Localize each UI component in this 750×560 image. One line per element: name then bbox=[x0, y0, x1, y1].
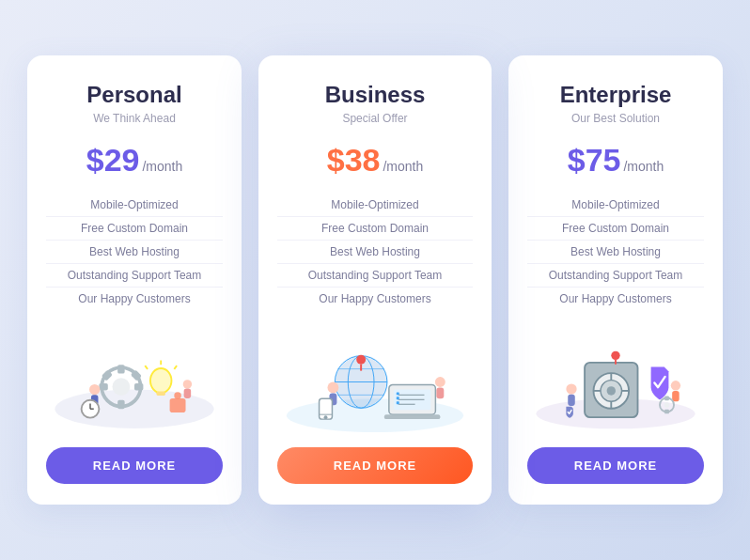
svg-rect-37 bbox=[397, 397, 399, 400]
illustration-personal bbox=[46, 331, 223, 434]
price-amount-personal: $29 bbox=[86, 142, 140, 179]
plan-name-business: Business bbox=[325, 82, 426, 109]
svg-point-2 bbox=[113, 379, 131, 397]
svg-rect-59 bbox=[672, 391, 680, 401]
svg-rect-38 bbox=[397, 402, 399, 405]
svg-point-43 bbox=[356, 355, 366, 365]
svg-point-51 bbox=[607, 387, 616, 396]
price-period-business: /month bbox=[383, 159, 423, 174]
price-row-business: $38 /month bbox=[327, 142, 424, 179]
feature-business-0: Mobile-Optimized bbox=[277, 194, 473, 217]
read-more-button-business[interactable]: READ MORE bbox=[277, 447, 473, 484]
svg-rect-3 bbox=[117, 366, 125, 374]
svg-point-14 bbox=[89, 384, 100, 395]
svg-rect-42 bbox=[436, 388, 444, 399]
svg-point-56 bbox=[566, 384, 576, 395]
features-list-business: Mobile-Optimized Free Custom Domain Best… bbox=[277, 194, 473, 310]
svg-rect-62 bbox=[664, 397, 669, 401]
price-amount-business: $38 bbox=[327, 142, 381, 179]
svg-rect-32 bbox=[384, 415, 440, 420]
svg-rect-10 bbox=[157, 392, 165, 397]
feature-business-4: Our Happy Customers bbox=[277, 288, 473, 310]
svg-rect-63 bbox=[664, 410, 669, 414]
price-row-enterprise: $75 /month bbox=[568, 142, 664, 179]
svg-point-9 bbox=[150, 368, 172, 393]
svg-rect-57 bbox=[568, 395, 575, 406]
feature-enterprise-1: Free Custom Domain bbox=[527, 217, 704, 241]
svg-rect-21 bbox=[170, 398, 186, 412]
svg-point-46 bbox=[324, 416, 328, 420]
feature-enterprise-2: Best Web Hosting bbox=[527, 241, 704, 264]
price-row-personal: $29 /month bbox=[86, 142, 183, 179]
svg-point-61 bbox=[664, 403, 670, 409]
feature-enterprise-0: Mobile-Optimized bbox=[527, 194, 704, 217]
svg-point-41 bbox=[435, 377, 445, 387]
price-amount-enterprise: $75 bbox=[568, 142, 621, 179]
feature-personal-0: Mobile-Optimized bbox=[46, 194, 223, 217]
svg-point-58 bbox=[671, 381, 680, 391]
feature-enterprise-4: Our Happy Customers bbox=[527, 288, 704, 310]
features-list-personal: Mobile-Optimized Free Custom Domain Best… bbox=[46, 194, 223, 310]
card-enterprise: Enterprise Our Best Solution $75 /month … bbox=[508, 55, 723, 506]
feature-business-1: Free Custom Domain bbox=[277, 217, 473, 241]
feature-personal-1: Free Custom Domain bbox=[46, 217, 223, 241]
svg-rect-6 bbox=[134, 383, 143, 391]
feature-personal-3: Outstanding Support Team bbox=[46, 264, 223, 288]
feature-personal-4: Our Happy Customers bbox=[46, 288, 223, 310]
feature-personal-2: Best Web Hosting bbox=[46, 241, 223, 264]
feature-business-3: Outstanding Support Team bbox=[277, 264, 473, 288]
read-more-button-enterprise[interactable]: READ MORE bbox=[527, 447, 704, 484]
plan-subtitle-enterprise: Our Best Solution bbox=[571, 112, 660, 125]
svg-rect-4 bbox=[117, 400, 125, 409]
svg-rect-17 bbox=[184, 389, 192, 398]
illustration-business bbox=[277, 331, 473, 434]
read-more-button-personal[interactable]: READ MORE bbox=[46, 447, 223, 484]
card-business: Business Special Offer $38 /month Mobile… bbox=[258, 55, 492, 506]
plan-name-personal: Personal bbox=[86, 82, 181, 109]
svg-point-64 bbox=[611, 351, 619, 360]
plan-name-enterprise: Enterprise bbox=[560, 82, 672, 109]
features-list-enterprise: Mobile-Optimized Free Custom Domain Best… bbox=[527, 194, 704, 310]
svg-line-13 bbox=[145, 366, 148, 370]
plan-subtitle-personal: We Think Ahead bbox=[93, 112, 176, 125]
svg-line-12 bbox=[174, 366, 177, 370]
feature-enterprise-3: Outstanding Support Team bbox=[527, 264, 704, 288]
illustration-enterprise bbox=[527, 331, 704, 434]
svg-point-16 bbox=[183, 381, 192, 389]
svg-point-39 bbox=[327, 382, 338, 394]
svg-rect-5 bbox=[99, 383, 107, 391]
feature-business-2: Best Web Hosting bbox=[277, 241, 473, 264]
svg-rect-36 bbox=[397, 393, 399, 396]
svg-point-22 bbox=[174, 393, 181, 400]
price-period-personal: /month bbox=[142, 159, 182, 174]
plan-subtitle-business: Special Offer bbox=[342, 112, 407, 125]
pricing-container: Personal We Think Ahead $29 /month Mobil… bbox=[8, 27, 742, 534]
price-period-enterprise: /month bbox=[623, 159, 664, 174]
card-personal: Personal We Think Ahead $29 /month Mobil… bbox=[27, 55, 242, 506]
